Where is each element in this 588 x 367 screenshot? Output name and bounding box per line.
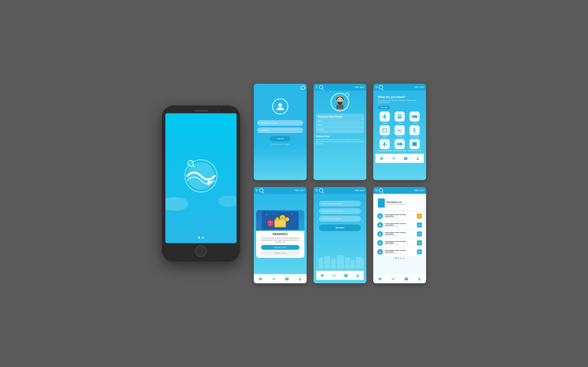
promo-icon: % (395, 125, 405, 135)
nav-list[interactable] (328, 271, 340, 280)
profile-name-field: name (318, 119, 362, 123)
service-ticket[interactable]: Ticket (378, 125, 391, 138)
service-intl-ticket-label: International Ticket (408, 150, 422, 151)
header-left: ☰ (315, 188, 323, 192)
hotel-icon (409, 111, 420, 122)
header-hello: hello, jhon! (295, 189, 305, 192)
service-promo[interactable]: % Promo (393, 125, 406, 138)
service-hotel[interactable]: Hotel (408, 111, 422, 124)
flight-icon (380, 111, 390, 122)
svg-rect-29 (270, 220, 271, 226)
transport-input[interactable] (319, 208, 361, 214)
phone-home-button[interactable] (195, 245, 207, 257)
nav-mail[interactable] (280, 274, 294, 283)
maybe-later-button[interactable]: Maybe Later (261, 251, 300, 256)
hamburger-icon[interactable]: ☰ (315, 85, 318, 89)
item-title: Lorem ipsum dolor sit amet consectetur (385, 232, 415, 235)
service-flight[interactable]: Flight (378, 111, 391, 124)
dot-1 (395, 258, 397, 259)
item-sub: adipiscing elit curabitur (385, 244, 415, 245)
nav-list[interactable] (388, 154, 400, 163)
purchase-pagination-dots (376, 258, 424, 259)
nav-profile[interactable] (294, 274, 307, 283)
explore-button[interactable]: EXPLORE (378, 106, 390, 109)
rewards-image: $ (256, 210, 304, 231)
svg-point-18 (296, 217, 296, 217)
list-item[interactable]: Lorem ipsum dolor sit amet consectetur a… (376, 248, 424, 256)
purchase-card-text: Purchase List Here all your past purchas… (387, 201, 406, 205)
take-me-there-button[interactable]: Take Me There! (261, 245, 300, 250)
nav-profile[interactable] (413, 274, 426, 283)
search-icon[interactable] (319, 85, 323, 89)
service-budget[interactable]: Budget Trips (408, 125, 422, 138)
destination-input[interactable] (319, 201, 361, 206)
list-item[interactable]: Lorem ipsum dolor sit amet consectetur a… (376, 212, 424, 220)
item-sub: adipiscing elit curabitur (385, 235, 415, 236)
service-train-label: Train (398, 122, 401, 124)
service-intl-flight-label: International Flight (378, 150, 391, 151)
accommodation-input[interactable] (319, 216, 361, 222)
item-avatar (377, 231, 383, 237)
hamburger-icon[interactable]: ☰ (375, 85, 378, 89)
purchase-card-title: Purchase List (387, 201, 406, 203)
svg-point-25 (285, 217, 289, 221)
service-train[interactable]: Train (393, 111, 406, 124)
profile-avatar-ring: 2 (331, 93, 349, 111)
search-icon[interactable] (319, 188, 323, 192)
screen-search: ☰ hello, jhon! SEARCH (313, 187, 366, 283)
profile-section-title: Transport User Details (318, 115, 362, 118)
item-title: Lorem ipsum dolor sit amet consectetur (385, 250, 415, 253)
search-body: SEARCH (313, 194, 366, 283)
svg-text:$: $ (282, 217, 283, 219)
nav-home[interactable] (376, 154, 388, 163)
phone-screen (165, 113, 237, 243)
svg-point-9 (341, 99, 342, 100)
phone-camera (217, 110, 219, 112)
search-icon[interactable] (379, 85, 383, 89)
service-promo-label: Promo (397, 136, 402, 138)
nav-mail[interactable] (400, 274, 413, 283)
service-grid: Flight Train Hotel (378, 111, 422, 151)
list-item[interactable]: Lorem ipsum dolor sit amet consectetur a… (376, 221, 424, 229)
header-left: ☰ (375, 188, 383, 192)
nav-home[interactable] (316, 271, 328, 280)
item-badge: 16 (417, 232, 422, 236)
item-badge: 13 (417, 223, 422, 227)
hamburger-icon[interactable]: ☰ (256, 189, 258, 192)
login-button[interactable]: LOG IN (270, 136, 291, 142)
search-icon[interactable] (379, 188, 383, 192)
man-avatar (333, 95, 347, 109)
ticket-icon (380, 125, 390, 135)
service-intl-flight[interactable]: International Flight (378, 139, 391, 151)
purchase-card[interactable]: Purchase List Here all your past purchas… (376, 196, 424, 210)
header-left: ☰ (375, 85, 383, 89)
header-left: ☰ (315, 85, 323, 89)
what-title: What do you want? (378, 95, 422, 99)
hamburger-icon[interactable]: ☰ (315, 189, 318, 192)
service-intl-ticket[interactable]: International Ticket (408, 139, 422, 151)
search-icon[interactable] (259, 188, 263, 192)
nav-list[interactable] (387, 274, 400, 283)
avatar-badge: 2 (345, 93, 349, 97)
nav-mail[interactable] (340, 271, 352, 280)
profile-body: 2 Transport User Details name email cont… (313, 91, 366, 180)
hamburger-icon[interactable]: ☰ (375, 189, 378, 192)
nav-mail[interactable] (400, 154, 412, 163)
item-text: Lorem ipsum dolor sit amet consectetur a… (385, 214, 415, 218)
svg-rect-10 (337, 105, 343, 109)
search-bottom-nav (316, 271, 363, 280)
nav-home[interactable] (373, 274, 387, 283)
password-input[interactable] (257, 127, 303, 133)
nav-home[interactable] (254, 274, 267, 283)
list-item[interactable]: Lorem ipsum dolor sit amet consectetur a… (376, 230, 424, 238)
train-icon (395, 111, 405, 122)
search-button[interactable]: SEARCH (319, 225, 361, 231)
nav-profile[interactable] (412, 154, 424, 163)
list-item[interactable]: Lorem ipsum dolor sit amet consectetur a… (376, 239, 424, 247)
nav-profile[interactable] (352, 271, 364, 280)
item-badge: 22 (417, 240, 422, 245)
service-intl-hotel[interactable]: International Hotel (393, 139, 406, 151)
username-input[interactable] (257, 120, 303, 126)
purchase-bottom-nav (373, 274, 426, 283)
nav-list[interactable] (267, 274, 280, 283)
